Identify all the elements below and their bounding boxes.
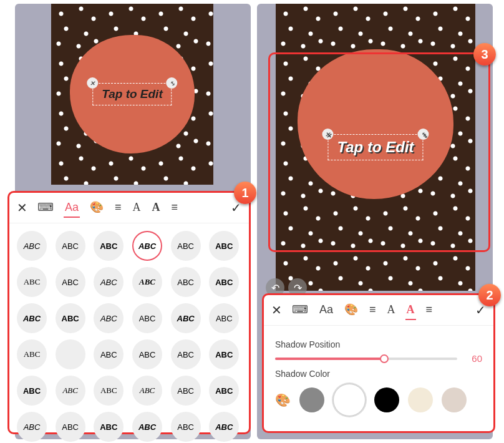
- step-badge-1: 1: [234, 182, 256, 204]
- shadow-color-swatch[interactable]: [442, 387, 467, 412]
- resize-handle[interactable]: ⤡: [418, 129, 429, 140]
- font-swatch[interactable]: ABC: [94, 376, 124, 406]
- tab-style[interactable]: A: [386, 301, 397, 320]
- color-picker-icon[interactable]: 🎨: [275, 392, 291, 407]
- font-swatch[interactable]: ABC: [171, 412, 201, 442]
- font-swatch[interactable]: ABC: [171, 267, 201, 297]
- font-swatch[interactable]: ABC: [171, 339, 201, 369]
- font-swatch[interactable]: ABC: [209, 231, 239, 261]
- shadow-position-slider[interactable]: [275, 358, 457, 360]
- font-swatch[interactable]: ABC: [56, 376, 85, 406]
- font-swatch[interactable]: ABC: [17, 412, 47, 442]
- slider-fill: [275, 358, 384, 360]
- font-swatch[interactable]: ABC: [132, 376, 162, 406]
- tab-style[interactable]: A: [132, 198, 142, 218]
- slider-thumb[interactable]: [380, 354, 389, 363]
- font-swatch[interactable]: ABC: [56, 303, 85, 333]
- tab-shadow[interactable]: A: [405, 301, 416, 320]
- font-swatch[interactable]: ABC: [17, 267, 47, 297]
- close-button[interactable]: ✕: [271, 303, 282, 318]
- font-swatch[interactable]: ABC: [132, 339, 162, 369]
- canvas-left[interactable]: Tap to Edit ✕ ⤡: [51, 4, 213, 185]
- font-swatch[interactable]: [56, 339, 85, 369]
- shadow-panel: 2 ✕ ⌨ Aa 🎨 ≡ A A ≡ ✓ Shadow Position 60 …: [262, 293, 495, 433]
- font-swatch[interactable]: ABC: [56, 267, 85, 297]
- tab-outline[interactable]: A: [151, 198, 162, 218]
- canvas-right[interactable]: Tap to Edit ✕ ⤡: [276, 4, 475, 291]
- font-swatch[interactable]: ABC: [56, 412, 85, 442]
- tab-settings[interactable]: ≡: [425, 301, 434, 320]
- shadow-color-swatch[interactable]: [374, 387, 399, 412]
- font-swatch[interactable]: ABC: [209, 303, 239, 333]
- font-swatch[interactable]: ABC: [17, 339, 47, 369]
- font-swatch[interactable]: ABC: [209, 267, 239, 297]
- font-swatch[interactable]: ABC: [171, 231, 201, 261]
- font-swatch[interactable]: ABC: [17, 303, 47, 333]
- tab-font[interactable]: Aa: [318, 301, 334, 320]
- shadow-color-label: Shadow Color: [275, 369, 482, 379]
- font-swatch[interactable]: ABC: [171, 303, 201, 333]
- tab-align[interactable]: ≡: [368, 301, 377, 320]
- shadow-color-row: 🎨: [275, 384, 482, 416]
- font-swatch[interactable]: ABC: [56, 231, 85, 261]
- delete-handle[interactable]: ✕: [322, 129, 333, 140]
- font-grid: ABCABCABCABCABCABCABCABCABCABCABCABCABCA…: [9, 223, 249, 443]
- font-swatch[interactable]: ABC: [209, 376, 239, 406]
- font-swatch[interactable]: ABC: [132, 267, 162, 297]
- text-box[interactable]: Tap to Edit ✕ ⤡: [327, 134, 423, 160]
- tab-font[interactable]: Aa: [64, 198, 80, 218]
- font-swatch[interactable]: ABC: [132, 412, 162, 442]
- tab-keyboard[interactable]: ⌨: [36, 198, 55, 218]
- font-swatch[interactable]: ABC: [94, 267, 124, 297]
- shadow-position-label: Shadow Position: [275, 339, 482, 349]
- shadow-color-swatch[interactable]: [408, 387, 433, 412]
- tab-keyboard[interactable]: ⌨: [291, 300, 309, 320]
- tab-settings[interactable]: ≡: [170, 198, 180, 218]
- font-swatch[interactable]: ABC: [209, 339, 239, 369]
- text-box[interactable]: Tap to Edit ✕ ⤡: [92, 83, 172, 105]
- font-swatch[interactable]: ABC: [94, 339, 124, 369]
- tab-color[interactable]: 🎨: [343, 300, 359, 320]
- tab-align[interactable]: ≡: [114, 198, 123, 218]
- font-swatch[interactable]: ABC: [17, 231, 47, 261]
- font-swatch[interactable]: ABC: [17, 376, 47, 406]
- font-swatch[interactable]: ABC: [171, 376, 201, 406]
- delete-handle[interactable]: ✕: [87, 77, 98, 89]
- tab-color[interactable]: 🎨: [89, 198, 105, 218]
- text-tool-tabbar: ✕ ⌨ Aa 🎨 ≡ A A ≡ ✓: [9, 193, 249, 223]
- shadow-color-swatch[interactable]: [299, 387, 324, 412]
- canvas-text: Tap to Edit: [337, 139, 414, 155]
- font-panel: 1 ✕ ⌨ Aa 🎨 ≡ A A ≡ ✓ ABCABCABCABCABCABCA…: [7, 191, 251, 434]
- font-swatch[interactable]: ABC: [94, 303, 124, 333]
- text-blob: [298, 49, 453, 199]
- shadow-position-value: 60: [463, 353, 482, 364]
- close-button[interactable]: ✕: [17, 200, 27, 215]
- font-swatch[interactable]: ABC: [209, 412, 239, 442]
- font-swatch[interactable]: ABC: [94, 412, 124, 442]
- font-swatch[interactable]: ABC: [94, 231, 124, 261]
- shadow-color-swatch[interactable]: [333, 384, 366, 416]
- font-swatch[interactable]: ABC: [132, 231, 162, 261]
- canvas-text: Tap to Edit: [102, 87, 162, 100]
- font-swatch[interactable]: ABC: [132, 303, 162, 333]
- text-tool-tabbar: ✕ ⌨ Aa 🎨 ≡ A A ≡ ✓: [264, 295, 493, 326]
- step-badge-2: 2: [478, 284, 501, 306]
